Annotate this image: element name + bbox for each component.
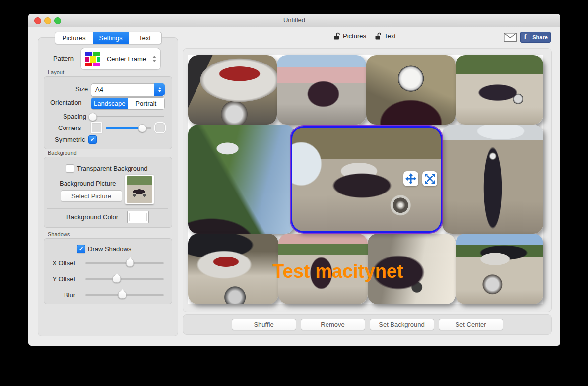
blur-slider[interactable] [85,288,164,298]
collage-panel: Test macitynet [183,48,552,312]
sharp-corner-icon [91,122,102,133]
screenshot-stage: Untitled Pictures Settings Text Pattern … [0,0,588,386]
sidebar-tabbar: Pictures Settings Text [55,32,162,44]
transparent-background-checkbox[interactable]: ✓ [66,164,74,173]
orientation-label: Orientation [50,99,82,106]
facebook-share-button[interactable]: f Share [520,32,551,43]
layout-section-label: Layout [48,69,64,75]
facebook-share-label: Share [530,34,550,40]
blur-knob[interactable] [118,291,127,299]
unlock-pictures-icon[interactable] [333,32,341,40]
corners-label: Corners [58,124,81,131]
footer-toolbar: Shuffle Remove Set Background Set Center [183,314,552,335]
collage-tile-center-selected[interactable] [291,126,442,233]
collage-tile-tank-closeup[interactable] [188,55,277,125]
collage-tile-bike-front-forks[interactable] [442,125,543,234]
lock-toggles: Pictures Text [333,32,402,40]
tab-text[interactable]: Text [129,32,161,44]
collage-canvas[interactable]: Test macitynet [188,55,543,304]
size-label: Size [75,85,88,93]
transparent-background-label: Transparent Background [77,165,148,172]
shadows-section-label: Shadows [48,231,70,237]
background-picture-label: Background Picture [60,180,116,187]
background-color-label: Background Color [66,213,118,221]
collage-tile-bike-side-chrome[interactable] [456,234,543,304]
pattern-preview-icon [84,51,101,67]
symmetric-label: Symmetric [55,136,85,143]
spacing-label: Spacing [63,113,86,120]
background-color-well[interactable] [127,211,149,223]
collage-tile-handlebar-trees[interactable] [188,125,295,234]
background-picture-preview [127,176,152,203]
collage-tile-bike-parking-lot[interactable] [277,55,366,125]
x-offset-label: X Offset [51,259,75,267]
pattern-dropdown[interactable]: Center Frame [80,48,161,70]
blur-label: Blur [51,291,75,299]
segment-landscape[interactable]: Landscape [91,98,128,109]
pattern-value: Center Frame [101,55,152,63]
y-offset-label: Y Offset [51,275,75,283]
symmetric-checkbox[interactable]: ✓ [88,135,97,144]
background-section-label: Background [48,150,77,156]
corners-slider[interactable] [106,124,151,131]
x-offset-slider[interactable] [85,257,164,266]
lock-pictures-label[interactable]: Pictures [343,32,366,40]
remove-button[interactable]: Remove [301,319,365,330]
facebook-logo-icon: f [521,33,530,42]
rounded-corner-icon [154,122,166,133]
set-center-button[interactable]: Set Center [439,319,503,330]
draw-shadows-label: Draw Shadows [88,245,131,253]
select-chevrons-icon [154,83,165,96]
window-title: Untitled [28,16,560,24]
unlock-text-icon[interactable] [374,32,382,40]
email-share-icon[interactable] [504,33,517,42]
overlay-text[interactable]: Test macitynet [229,261,447,282]
size-value: A4 [95,86,103,93]
shuffle-button[interactable]: Shuffle [232,319,296,330]
chevron-updown-icon [152,56,156,62]
segment-portrait[interactable]: Portrait [128,98,165,109]
draw-shadows-checkbox[interactable]: ✓ [77,245,85,253]
size-select[interactable]: A4 [91,83,165,97]
tab-pictures[interactable]: Pictures [55,32,93,44]
corners-slider-knob[interactable] [138,124,146,132]
expand-arrows-icon [425,174,435,184]
title-bar[interactable]: Untitled [28,14,560,27]
spacing-slider[interactable] [91,113,164,120]
pattern-label: Pattern [53,55,74,62]
y-offset-knob[interactable] [113,275,121,283]
collage-tile-speedometer-front[interactable] [366,55,456,125]
x-offset-knob[interactable] [126,259,134,267]
tab-settings[interactable]: Settings [93,32,129,44]
collage-tile-bike-side-right[interactable] [456,55,543,125]
spacing-slider-knob[interactable] [88,113,97,121]
background-picture-thumbnail[interactable] [125,175,154,204]
orientation-segmented-control: Landscape Portrait [91,97,165,110]
background-divider [47,208,168,209]
move-handle[interactable] [403,171,418,186]
resize-handle[interactable] [422,171,437,186]
lock-text-label[interactable]: Text [384,32,396,40]
set-background-button[interactable]: Set Background [370,319,434,330]
y-offset-slider[interactable] [85,272,164,282]
app-window: Untitled Pictures Settings Text Pattern … [28,14,560,346]
select-picture-button[interactable]: Select Picture [61,190,122,202]
move-arrows-icon [405,173,416,184]
